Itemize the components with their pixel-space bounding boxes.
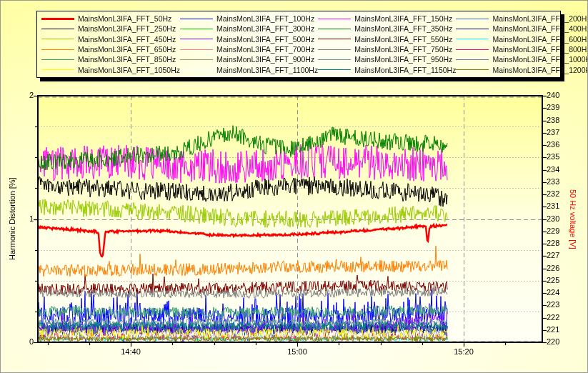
legend-item-label: MainsMonL3IFA_FFT_800Hz — [492, 45, 588, 54]
y-right-tick-label: 230 — [547, 214, 568, 223]
legend-item-label: MainsMonL3IFA_FFT_550Hz — [354, 35, 452, 44]
legend-swatch-line — [41, 29, 74, 29]
legend-item-label: MainsMonL3IFA_FFT_950Hz — [354, 55, 452, 64]
y-right-tick-label: 229 — [547, 227, 568, 235]
legend-item-MainsMonL3IFA_FFT_350Hz[interactable]: MainsMonL3IFA_FFT_350Hz — [318, 24, 456, 34]
legend-swatch-line — [180, 59, 213, 60]
legend-item-MainsMonL3IFA_FFT_450Hz[interactable]: MainsMonL3IFA_FFT_450Hz — [41, 34, 180, 44]
y-right-tick-label: 234 — [547, 165, 568, 174]
legend-swatch-line — [318, 59, 351, 60]
y-right-tick-label: 224 — [547, 288, 568, 297]
y-right-tick-label: 237 — [547, 128, 568, 136]
left-axis-title: Harmonic Distortion [%] — [8, 96, 16, 342]
legend-item-label: MainsMonL3IFA_FFT_1000Hz — [492, 55, 588, 64]
y-right-tick-label: 226 — [547, 264, 568, 272]
legend-swatch-line — [41, 49, 74, 50]
y-right-tick-label: 231 — [547, 202, 568, 210]
legend-item-label: MainsMonL3IFA_FFT_500Hz — [216, 35, 314, 44]
legend-swatch-line — [180, 69, 213, 70]
y-right-tick-label: 235 — [547, 152, 568, 161]
legend-item-MainsMonL3IFA_FFT_1050Hz[interactable]: MainsMonL3IFA_FFT_1050Hz — [41, 65, 180, 74]
legend-item-label: MainsMonL3IFA_FFT_650Hz — [78, 45, 176, 54]
legend-item-MainsMonL3IFA_FFT_200Hz[interactable]: MainsMonL3IFA_FFT_200Hz — [456, 14, 588, 24]
legend-swatch-line — [180, 19, 213, 19]
legend-item-MainsMonL3IFA_FFT_900Hz[interactable]: MainsMonL3IFA_FFT_900Hz — [180, 55, 318, 64]
legend-item-MainsMonL3IFA_FFT_750Hz[interactable]: MainsMonL3IFA_FFT_750Hz — [318, 45, 456, 54]
legend-swatch-line — [456, 29, 489, 29]
legend-swatch-line — [41, 59, 74, 60]
legend-item-label: MainsMonL3IFA_FFT_450Hz — [78, 35, 176, 44]
legend-swatch-line — [456, 69, 489, 70]
legend-item-MainsMonL3IFA_FFT_600Hz[interactable]: MainsMonL3IFA_FFT_600Hz — [456, 34, 588, 44]
legend-swatch-line — [318, 49, 351, 50]
legend-item-MainsMonL3IFA_FFT_1100Hz[interactable]: MainsMonL3IFA_FFT_1100Hz — [180, 65, 318, 74]
legend-swatch-line — [41, 69, 74, 70]
legend-swatch-line — [456, 49, 489, 50]
y-right-tick-label: 225 — [547, 276, 568, 284]
legend-item-label: MainsMonL3IFA_FFT_400Hz — [492, 24, 588, 33]
x-tick-label: 15:00 — [281, 347, 313, 356]
y-right-tick-label: 227 — [547, 251, 568, 259]
y-left-tick-label: 1 — [18, 214, 34, 223]
legend-item-label: MainsMonL3IFA_FFT_350Hz — [354, 24, 452, 33]
legend-item-MainsMonL3IFA_FFT_300Hz[interactable]: MainsMonL3IFA_FFT_300Hz — [180, 24, 318, 34]
right-axis-title: 50 Hz voltage [V] — [569, 96, 577, 342]
y-right-tick-label: 232 — [547, 189, 568, 198]
legend-item-label: MainsMonL3IFA_FFT_250Hz — [78, 24, 176, 33]
legend-item-MainsMonL3IFA_FFT_700Hz[interactable]: MainsMonL3IFA_FFT_700Hz — [180, 45, 318, 54]
y-left-tick-label: 2 — [18, 91, 34, 99]
legend-swatch-line — [41, 18, 74, 20]
legend-item-label: MainsMonL3IFA_FFT_50Hz — [78, 14, 171, 23]
y-right-tick-label: 240 — [547, 91, 568, 99]
legend-item-label: MainsMonL3IFA_FFT_900Hz — [216, 55, 314, 64]
legend-item-label: MainsMonL3IFA_FFT_700Hz — [216, 45, 314, 54]
legend-item-MainsMonL3IFA_FFT_850Hz[interactable]: MainsMonL3IFA_FFT_850Hz — [41, 55, 180, 64]
y-right-tick-label: 221 — [547, 325, 568, 334]
legend-item-MainsMonL3IFA_FFT_650Hz[interactable]: MainsMonL3IFA_FFT_650Hz — [41, 45, 180, 54]
legend-item-MainsMonL3IFA_FFT_250Hz[interactable]: MainsMonL3IFA_FFT_250Hz — [41, 24, 180, 34]
y-left-tick-label: 0 — [18, 337, 34, 346]
legend-item-label: MainsMonL3IFA_FFT_300Hz — [216, 24, 314, 33]
legend-swatch-line — [318, 39, 351, 39]
x-tick-label: 15:20 — [448, 347, 479, 356]
y-right-tick-label: 228 — [547, 239, 568, 247]
legend-item-label: MainsMonL3IFA_FFT_1150Hz — [354, 66, 456, 74]
legend-swatch-line — [180, 29, 213, 29]
legend-item-label: MainsMonL3IFA_FFT_850Hz — [78, 55, 176, 64]
legend-item-MainsMonL3IFA_FFT_550Hz[interactable]: MainsMonL3IFA_FFT_550Hz — [318, 34, 456, 44]
legend-item-label: MainsMonL3IFA_FFT_750Hz — [354, 45, 452, 54]
legend-swatch-line — [318, 29, 351, 29]
legend-swatch-line — [180, 49, 213, 50]
legend-swatch-line — [318, 19, 351, 19]
legend-item-MainsMonL3IFA_FFT_800Hz[interactable]: MainsMonL3IFA_FFT_800Hz — [456, 45, 588, 54]
legend-item-MainsMonL3IFA_FFT_1000Hz[interactable]: MainsMonL3IFA_FFT_1000Hz — [456, 55, 588, 64]
legend-item-label: MainsMonL3IFA_FFT_200Hz — [492, 14, 588, 23]
legend-swatch-line — [456, 19, 489, 19]
legend-swatch-line — [456, 59, 489, 60]
legend-item-MainsMonL3IFA_FFT_150Hz[interactable]: MainsMonL3IFA_FFT_150Hz — [318, 14, 456, 24]
y-right-tick-label: 233 — [547, 177, 568, 186]
legend-item-MainsMonL3IFA_FFT_950Hz[interactable]: MainsMonL3IFA_FFT_950Hz — [318, 55, 456, 64]
y-right-tick-label: 223 — [547, 300, 568, 309]
legend-item-label: MainsMonL3IFA_FFT_1050Hz — [78, 66, 180, 74]
legend-item-MainsMonL3IFA_FFT_50Hz[interactable]: MainsMonL3IFA_FFT_50Hz — [41, 14, 180, 24]
y-right-tick-label: 236 — [547, 140, 568, 149]
legend-item-label: MainsMonL3IFA_FFT_1200Hz — [492, 66, 588, 74]
legend-item-MainsMonL3IFA_FFT_1150Hz[interactable]: MainsMonL3IFA_FFT_1150Hz — [318, 65, 456, 74]
legend-item-MainsMonL3IFA_FFT_100Hz[interactable]: MainsMonL3IFA_FFT_100Hz — [180, 14, 318, 24]
legend-swatch-line — [41, 39, 74, 39]
y-right-tick-label: 220 — [547, 337, 568, 346]
legend-item-label: MainsMonL3IFA_FFT_150Hz — [354, 14, 452, 23]
legend-item-MainsMonL3IFA_FFT_400Hz[interactable]: MainsMonL3IFA_FFT_400Hz — [456, 24, 588, 34]
legend-item-label: MainsMonL3IFA_FFT_600Hz — [492, 35, 588, 44]
y-right-tick-label: 238 — [547, 116, 568, 124]
chart-window: MainsMonL3IFA_FFT_50HzMainsMonL3IFA_FFT_… — [0, 0, 588, 373]
y-right-tick-label: 222 — [547, 313, 568, 322]
legend: MainsMonL3IFA_FFT_50HzMainsMonL3IFA_FFT_… — [36, 11, 561, 78]
legend-item-MainsMonL3IFA_FFT_500Hz[interactable]: MainsMonL3IFA_FFT_500Hz — [180, 34, 318, 44]
x-tick-label: 14:40 — [115, 347, 146, 356]
legend-item-MainsMonL3IFA_FFT_1200Hz[interactable]: MainsMonL3IFA_FFT_1200Hz — [456, 65, 588, 74]
legend-swatch-line — [180, 39, 213, 39]
legend-item-label: MainsMonL3IFA_FFT_100Hz — [216, 14, 314, 23]
legend-item-label: MainsMonL3IFA_FFT_1100Hz — [216, 66, 318, 74]
